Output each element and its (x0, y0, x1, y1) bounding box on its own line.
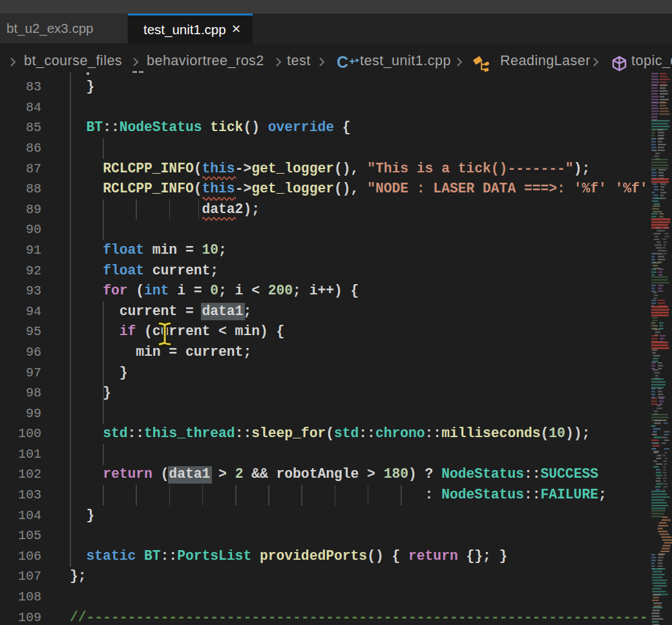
svg-text:C: C (337, 53, 348, 71)
